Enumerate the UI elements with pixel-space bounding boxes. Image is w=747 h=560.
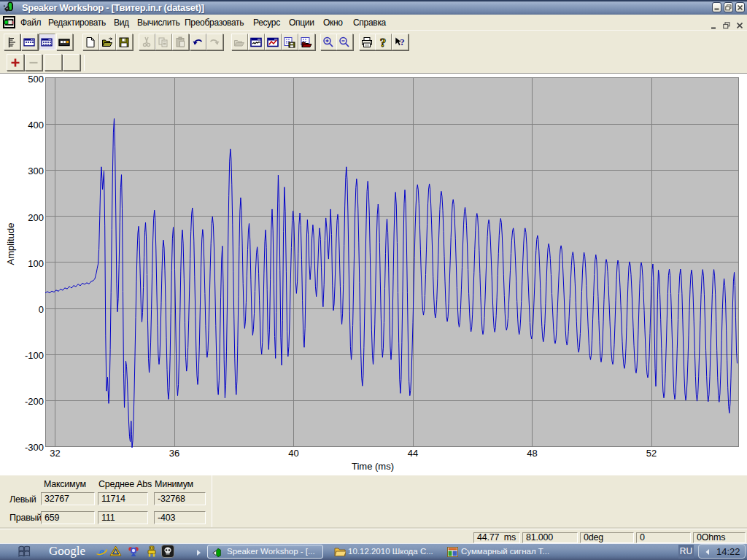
svg-text:?: ? bbox=[380, 36, 387, 48]
svg-text:e: e bbox=[98, 545, 104, 558]
svg-text:?: ? bbox=[400, 36, 405, 47]
